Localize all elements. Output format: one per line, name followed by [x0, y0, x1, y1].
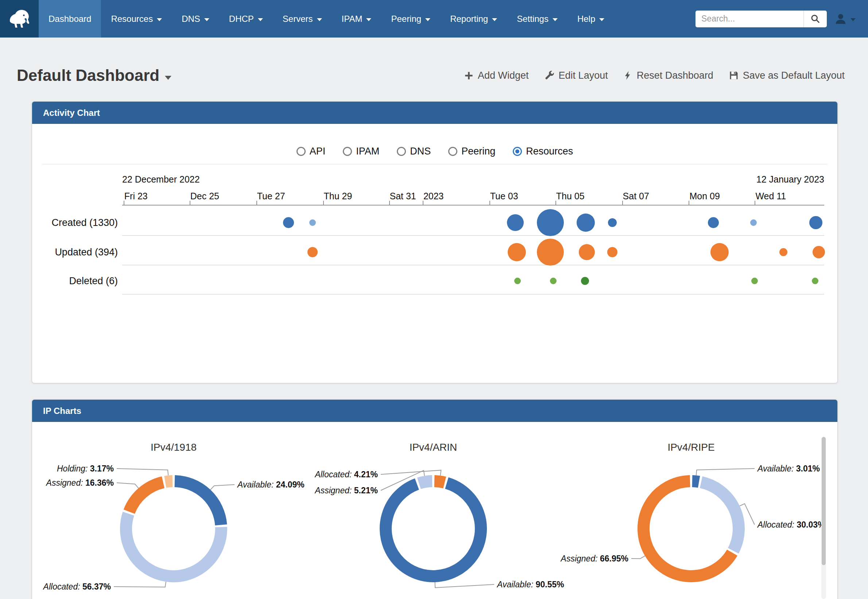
filter-label: Resources: [526, 146, 573, 157]
plus-icon: [464, 71, 474, 81]
filter-label: IPAM: [356, 146, 379, 157]
donut-chart-ipv4-ripe: IPv4/RIPEAvailable: 3.01%Allocated: 30.0…: [596, 436, 786, 599]
save-as-default-layout-button[interactable]: Save as Default Layout: [729, 70, 845, 81]
nav-item-label: DHCP: [229, 14, 254, 24]
search-input[interactable]: [696, 11, 803, 27]
chevron-down-icon: [157, 18, 162, 21]
timeline-row-line: [122, 235, 824, 236]
timeline-row-line: [122, 265, 824, 265]
dashboard-toolbar: Add WidgetEdit LayoutReset DashboardSave…: [464, 70, 845, 81]
activity-bubble: [711, 243, 729, 261]
dashboard-title-menu[interactable]: Default Dashboard: [17, 66, 171, 84]
nav-item-resources[interactable]: Resources: [101, 0, 172, 38]
donut-callout-allocated: Allocated: 4.21%: [315, 469, 378, 480]
callout-label: Assigned:: [561, 554, 598, 563]
top-navbar: DashboardResourcesDNSDHCPServersIPAMPeer…: [0, 0, 868, 38]
filter-radio-api[interactable]: API: [296, 146, 326, 157]
ip-panel-header: IP Charts: [32, 400, 837, 422]
nav-item-servers[interactable]: Servers: [273, 0, 332, 38]
axis-tick-label: Mon 09: [689, 191, 720, 202]
activity-bubble: [514, 278, 521, 284]
nav-item-label: Peering: [391, 14, 421, 24]
donut-svg: [338, 436, 528, 599]
ip-charts-panel: IP Charts IPv4/1918Available: 24.09%Allo…: [32, 399, 838, 599]
donut-callout-allocated: Allocated: 30.03%: [758, 519, 825, 530]
chevron-down-icon: [599, 18, 604, 21]
add-widget-button[interactable]: Add Widget: [464, 70, 529, 81]
edit-layout-button[interactable]: Edit Layout: [544, 70, 608, 81]
filter-radio-peering[interactable]: Peering: [448, 146, 495, 157]
nav-item-dns[interactable]: DNS: [172, 0, 219, 38]
axis-tick-label: Tue 27: [257, 191, 285, 202]
axis-tick-label: Dec 25: [190, 191, 219, 202]
callout-value: 30.03%: [797, 520, 825, 530]
callout-value: 3.17%: [90, 464, 114, 473]
chevron-down-icon: [317, 18, 322, 21]
nav-item-settings[interactable]: Settings: [507, 0, 568, 38]
nav-item-label: Servers: [283, 14, 313, 24]
activity-bubble: [283, 217, 294, 228]
ip-charts-body: IPv4/1918Available: 24.09%Allocated: 56.…: [32, 422, 837, 599]
activity-bubble: [537, 209, 564, 236]
callout-label: Assigned:: [46, 478, 83, 488]
page-title: Default Dashboard: [17, 66, 159, 84]
filter-label: API: [309, 146, 326, 157]
nav-item-label: Reporting: [450, 14, 488, 24]
filter-label: Peering: [461, 146, 495, 157]
nav-item-help[interactable]: Help: [568, 0, 614, 38]
filter-radio-dns[interactable]: DNS: [397, 146, 431, 157]
callout-value: 24.09%: [276, 480, 305, 489]
nav-item-dhcp[interactable]: DHCP: [219, 0, 273, 38]
timeline-row-label: Updated (394): [32, 246, 118, 258]
activity-bubble: [812, 278, 818, 284]
nav-menu: DashboardResourcesDNSDHCPServersIPAMPeer…: [39, 0, 614, 38]
search-button[interactable]: [803, 11, 827, 27]
callout-line: [631, 556, 645, 559]
callout-value: 4.21%: [354, 470, 378, 479]
activity-bubble: [308, 247, 318, 257]
axis-tick-label: Thu 05: [556, 191, 585, 202]
mammoth-logo-icon: [6, 6, 32, 32]
chevron-down-icon[interactable]: [165, 76, 171, 80]
nav-item-dashboard[interactable]: Dashboard: [39, 0, 101, 38]
activity-panel-header: Activity Chart: [32, 102, 837, 124]
callout-label: Assigned:: [315, 486, 352, 495]
nav-item-label: Settings: [517, 14, 548, 24]
filter-radio-resources[interactable]: Resources: [513, 146, 573, 157]
activity-bubble: [309, 219, 316, 226]
nav-item-label: IPAM: [342, 14, 362, 24]
chevron-down-icon: [366, 18, 371, 21]
filter-radio-ipam[interactable]: IPAM: [343, 146, 379, 157]
nav-item-reporting[interactable]: Reporting: [440, 0, 507, 38]
nav-item-label: Dashboard: [48, 14, 91, 24]
ip-panel-title: IP Charts: [43, 406, 82, 416]
radio-icon: [343, 147, 352, 156]
nav-item-peering[interactable]: Peering: [381, 0, 440, 38]
donut-segment-available: [175, 481, 221, 525]
scrollbar-thumb[interactable]: [822, 437, 826, 565]
search-group: [696, 11, 827, 27]
filter-divider: [42, 164, 827, 164]
timeline-date-range: 22 December 2022 12 January 2023: [122, 174, 824, 185]
donut-segment-available: [386, 483, 481, 576]
axis-tick-label: Thu 29: [324, 191, 352, 202]
activity-bubble: [507, 214, 524, 231]
activity-bubble: [550, 278, 557, 284]
timeline-axis: [122, 205, 824, 206]
axis-tick-label: Wed 11: [755, 191, 786, 202]
axis-tick-label: Sat 31: [390, 191, 416, 202]
radio-icon: [397, 147, 406, 156]
timeline-row-label: Deleted (6): [32, 275, 118, 287]
donut-segment-available: [692, 481, 699, 482]
page-header: Default Dashboard Add WidgetEdit LayoutR…: [17, 61, 845, 90]
callout-label: Available:: [758, 464, 794, 473]
scrollbar[interactable]: [821, 437, 826, 599]
nav-item-ipam[interactable]: IPAM: [332, 0, 382, 38]
user-menu[interactable]: [834, 12, 856, 26]
timeline-row-label: Created (1330): [32, 217, 118, 229]
toolbar-label: Add Widget: [478, 70, 529, 81]
filter-label: DNS: [410, 146, 431, 157]
reset-dashboard-button[interactable]: Reset Dashboard: [623, 70, 713, 81]
app-logo[interactable]: [0, 0, 39, 38]
chevron-down-icon: [492, 18, 497, 21]
